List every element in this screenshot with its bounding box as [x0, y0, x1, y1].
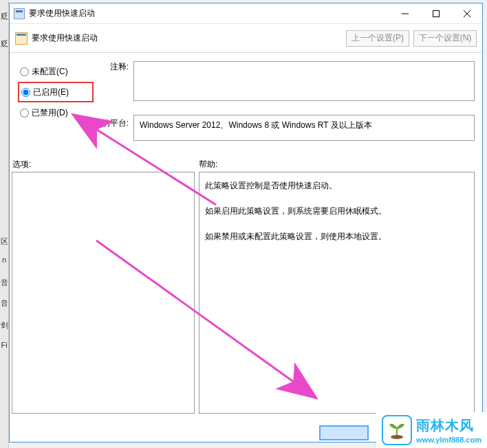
- toolbar-title: 要求使用快速启动: [32, 32, 342, 44]
- radio-disabled[interactable]: 已禁用(D): [18, 102, 94, 123]
- svg-rect-6: [396, 428, 398, 435]
- dialog-window: 要求使用快速启动 要求使用快速启动 上一个设置(P) 下一个设置(N) 未配置(…: [9, 3, 483, 443]
- help-panel: 此策略设置控制是否使用快速启动。 如果启用此策略设置，则系统需要启用休眠模式。 …: [199, 172, 475, 414]
- radio-not-configured-input[interactable]: [20, 67, 29, 76]
- previous-setting-button[interactable]: 上一个设置(P): [346, 30, 409, 47]
- next-setting-button[interactable]: 下一个设置(N): [413, 30, 477, 47]
- radio-enabled[interactable]: 已启用(E): [18, 82, 94, 102]
- ok-button[interactable]: [319, 425, 369, 440]
- policy-icon: [15, 32, 28, 45]
- radio-label: 已启用(E): [33, 87, 69, 98]
- content-area: 未配置(C) 已启用(E) 已禁用(D) 注释: 支持的平台: Windows …: [10, 53, 482, 442]
- logo-name: 雨林木风: [416, 416, 481, 435]
- window-controls: [389, 3, 482, 23]
- comment-label: 注释:: [84, 61, 129, 73]
- window-icon: [14, 8, 25, 19]
- state-radio-group: 未配置(C) 已启用(E) 已禁用(D): [18, 61, 94, 123]
- platform-textbox: Windows Server 2012、Windows 8 或 Windows …: [133, 115, 475, 141]
- logo-url: www.ylmf888.com: [416, 436, 481, 444]
- watermark-logo: 雨林木风 www.ylmf888.com: [376, 412, 487, 448]
- logo-icon: [382, 415, 412, 445]
- titlebar: 要求使用快速启动: [10, 3, 482, 24]
- logo-text: 雨林木风 www.ylmf888.com: [416, 416, 481, 444]
- radio-enabled-input[interactable]: [21, 88, 30, 97]
- help-line: 如果禁用或未配置此策略设置，则使用本地设置。: [205, 230, 468, 243]
- radio-disabled-input[interactable]: [20, 109, 29, 117]
- sprout-icon: [388, 421, 406, 440]
- platform-text: Windows Server 2012、Windows 8 或 Windows …: [140, 120, 372, 130]
- help-label: 帮助:: [199, 159, 217, 170]
- radio-label: 未配置(C): [32, 66, 68, 78]
- toolbar: 要求使用快速启动 上一个设置(P) 下一个设置(N): [10, 24, 482, 53]
- help-line: 此策略设置控制是否使用快速启动。: [205, 179, 468, 192]
- close-button[interactable]: [451, 3, 482, 23]
- close-icon: [464, 10, 470, 17]
- maximize-icon: [433, 10, 440, 17]
- svg-rect-1: [433, 10, 439, 16]
- help-line: 如果启用此策略设置，则系统需要启用休眠模式。: [205, 205, 468, 218]
- options-label: 选项:: [12, 159, 31, 170]
- platform-label: 支持的平台:: [84, 117, 129, 129]
- comment-textbox[interactable]: [133, 61, 475, 101]
- minimize-button[interactable]: [389, 3, 420, 23]
- background-strip: 贬 贬 区 n 音 音 剑 Fi: [0, 0, 9, 448]
- minimize-icon: [402, 10, 409, 17]
- options-panel: [12, 172, 195, 414]
- window-title: 要求使用快速启动: [29, 8, 389, 19]
- radio-not-configured[interactable]: 未配置(C): [18, 61, 94, 82]
- radio-label: 已禁用(D): [32, 107, 68, 119]
- svg-point-7: [391, 435, 403, 439]
- maximize-button[interactable]: [420, 3, 451, 23]
